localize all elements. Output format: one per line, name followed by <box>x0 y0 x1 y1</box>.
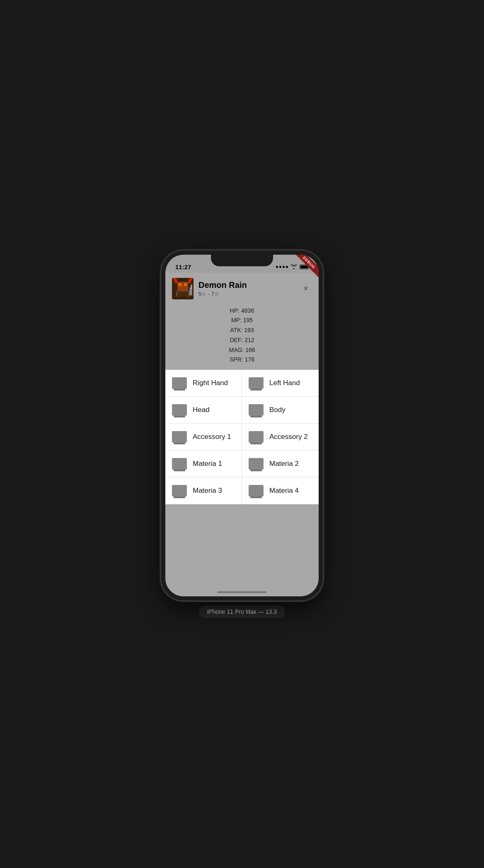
svg-rect-11 <box>176 291 177 297</box>
svg-rect-8 <box>179 287 187 288</box>
equip-icon-right-hand <box>172 377 187 389</box>
character-stars: 5☆ - 7☆ <box>198 291 312 297</box>
equip-label-materia-3: Materia 3 <box>193 487 222 495</box>
stat-hp: HP: 4836 <box>165 306 319 316</box>
svg-rect-14 <box>191 285 192 289</box>
equip-label-head: Head <box>193 406 210 414</box>
character-info: Demon Rain 5☆ - 7☆ <box>198 280 312 297</box>
equip-icon-materia-4 <box>249 485 264 497</box>
page-wrapper: DEBUG 11:27 <box>161 251 323 618</box>
equip-slot-accessory-1[interactable]: Accessory 1 <box>165 424 242 451</box>
equip-slot-materia-1[interactable]: Materia 1 <box>165 451 242 477</box>
equip-icon-materia-3 <box>172 485 187 497</box>
equip-label-materia-1: Materia 1 <box>193 460 222 468</box>
equip-slot-materia-4[interactable]: Materia 4 <box>242 477 319 504</box>
svg-rect-10 <box>177 290 188 291</box>
character-name: Demon Rain <box>198 280 312 290</box>
equip-slot-head[interactable]: Head <box>165 397 242 424</box>
equip-label-materia-4: Materia 4 <box>269 487 299 495</box>
svg-rect-4 <box>189 278 192 281</box>
equip-slot-materia-2[interactable]: Materia 2 <box>242 451 319 477</box>
screen-content: Demon Rain 5☆ - 7☆ × HP: 4836 MP: 195 AT… <box>165 273 319 596</box>
character-sprite <box>172 278 194 299</box>
stat-spr: SPR: 176 <box>165 355 319 365</box>
avatar <box>172 278 194 299</box>
equip-icon-left-hand <box>249 377 264 389</box>
stat-mp: MP: 195 <box>165 316 319 326</box>
device-label: iPhone 11 Pro Max — 13.3 <box>207 608 277 615</box>
equip-label-accessory-1: Accessory 1 <box>193 433 231 441</box>
equip-icon-materia-1 <box>172 458 187 470</box>
equip-icon-materia-2 <box>249 458 264 470</box>
character-stats: HP: 4836 MP: 195 ATK: 193 DEF: 212 MAG: … <box>165 304 319 370</box>
equip-label-materia-2: Materia 2 <box>269 460 299 468</box>
equip-label-right-hand: Right Hand <box>193 379 228 387</box>
equip-slot-materia-3[interactable]: Materia 3 <box>165 477 242 504</box>
equip-icon-body <box>249 404 264 416</box>
svg-rect-3 <box>173 278 176 281</box>
equip-label-body: Body <box>269 406 286 414</box>
stat-atk: ATK: 193 <box>165 326 319 335</box>
notch <box>211 255 273 266</box>
svg-rect-6 <box>179 283 182 286</box>
device-label-container: iPhone 11 Pro Max — 13.3 <box>199 605 285 618</box>
close-button[interactable]: × <box>300 282 312 295</box>
equip-slot-left-hand[interactable]: Left Hand <box>242 370 319 397</box>
equip-slot-body[interactable]: Body <box>242 397 319 424</box>
signal-icon <box>276 266 288 268</box>
stat-mag: MAG: 166 <box>165 345 319 355</box>
equip-slot-accessory-2[interactable]: Accessory 2 <box>242 424 319 451</box>
stat-def: DEF: 212 <box>165 335 319 345</box>
debug-label: DEBUG <box>295 255 319 277</box>
equipment-grid: Right HandLeft HandHeadBodyAccessory 1Ac… <box>165 370 319 504</box>
equip-label-accessory-2: Accessory 2 <box>269 433 308 441</box>
status-time: 11:27 <box>175 263 191 270</box>
equip-icon-accessory-2 <box>249 431 264 443</box>
phone-shell: DEBUG 11:27 <box>161 251 323 600</box>
svg-rect-7 <box>184 283 187 286</box>
equip-icon-accessory-1 <box>172 431 187 443</box>
debug-badge: DEBUG <box>294 255 319 280</box>
equip-icon-head <box>172 404 187 416</box>
phone-screen: DEBUG 11:27 <box>165 255 319 596</box>
equip-slot-right-hand[interactable]: Right Hand <box>165 370 242 397</box>
svg-rect-12 <box>188 291 189 297</box>
home-indicator <box>217 591 267 593</box>
equip-label-left-hand: Left Hand <box>269 379 300 387</box>
